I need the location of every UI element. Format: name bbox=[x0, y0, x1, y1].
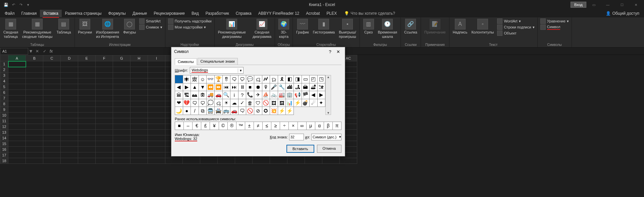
cell[interactable] bbox=[148, 78, 165, 84]
row-header[interactable]: 6 bbox=[0, 90, 8, 95]
cell[interactable] bbox=[8, 61, 26, 67]
symbol-cell[interactable]: ⏩ bbox=[215, 83, 223, 91]
symbol-cell[interactable]: 🚫 bbox=[262, 99, 270, 107]
symbol-cell[interactable]: ✪ bbox=[262, 107, 270, 115]
symbol-cell[interactable]: 🗲 bbox=[262, 75, 270, 83]
col-header[interactable]: I bbox=[148, 55, 165, 61]
symbol-scrollbar[interactable]: ▲▼ bbox=[325, 75, 331, 115]
cell[interactable] bbox=[130, 152, 148, 158]
cell[interactable] bbox=[26, 141, 43, 147]
symbol-cell[interactable]: ✓ bbox=[238, 99, 247, 107]
rec-charts-button[interactable]: 📊Рекомендуемые диаграммы bbox=[217, 18, 247, 40]
cell[interactable] bbox=[96, 118, 113, 124]
cell[interactable] bbox=[113, 147, 130, 152]
symbol-cell[interactable]: 💣 bbox=[302, 99, 310, 107]
row-header[interactable]: 15 bbox=[0, 141, 8, 147]
cell[interactable] bbox=[96, 67, 113, 73]
symbol-cell[interactable]: 🌙 bbox=[175, 107, 183, 115]
symbol-cell[interactable]: ☀ bbox=[223, 99, 231, 107]
symbol-cell[interactable]: i bbox=[230, 91, 238, 99]
cell[interactable] bbox=[96, 158, 113, 164]
row-header[interactable]: 7 bbox=[0, 95, 8, 101]
cell[interactable] bbox=[61, 73, 78, 78]
rec-pivot-button[interactable]: ▦Рекомендуемые сводные таблицы bbox=[21, 18, 54, 40]
cell[interactable] bbox=[96, 152, 113, 158]
cell[interactable] bbox=[148, 152, 165, 158]
symbol-cell[interactable]: 💭 bbox=[207, 99, 215, 107]
row-header[interactable]: 10 bbox=[0, 113, 8, 118]
cell[interactable] bbox=[113, 84, 130, 90]
symbol-cell[interactable]: 🚫 bbox=[246, 107, 254, 115]
tab-insert[interactable]: Вставка bbox=[40, 10, 62, 17]
cell[interactable] bbox=[78, 152, 96, 158]
symbol-cell[interactable]: ⊘ bbox=[254, 107, 262, 115]
row-header[interactable]: 9 bbox=[0, 107, 8, 113]
cell[interactable] bbox=[96, 78, 113, 84]
cell[interactable] bbox=[148, 147, 165, 152]
cell[interactable] bbox=[322, 158, 340, 164]
chevron-down-icon[interactable]: ▾ bbox=[238, 68, 243, 73]
cell[interactable] bbox=[8, 90, 26, 95]
textbox-button[interactable]: AНадпись bbox=[451, 18, 469, 35]
symbol-cell[interactable]: 🏛 bbox=[175, 91, 183, 99]
cell[interactable] bbox=[8, 124, 26, 130]
tab-symbols[interactable]: Символы bbox=[175, 58, 197, 65]
symbol-cell[interactable]: ⛵ bbox=[262, 91, 270, 99]
pivot-chart-button[interactable]: 📈Сводная диаграмма bbox=[251, 18, 273, 40]
cell[interactable] bbox=[43, 113, 61, 118]
cell[interactable] bbox=[148, 95, 165, 101]
slicer-button[interactable]: ▥Срез bbox=[362, 18, 375, 35]
cell[interactable] bbox=[78, 118, 96, 124]
tab-acrobat[interactable]: Acrobat bbox=[303, 10, 323, 17]
spark-line-button[interactable]: 〰График bbox=[295, 18, 310, 35]
cell[interactable] bbox=[130, 158, 148, 164]
symbol-cell[interactable]: 🏆 bbox=[215, 75, 223, 83]
row-header[interactable]: 12 bbox=[0, 124, 8, 130]
cell[interactable] bbox=[26, 107, 43, 113]
table-button[interactable]: ▤Таблица bbox=[55, 18, 72, 35]
cell[interactable] bbox=[130, 135, 148, 141]
cell[interactable] bbox=[113, 95, 130, 101]
symbol-cell[interactable]: 🗰 bbox=[270, 75, 278, 83]
cell[interactable] bbox=[130, 101, 148, 107]
cell[interactable] bbox=[26, 84, 43, 90]
symbol-cell[interactable]: ● bbox=[183, 107, 191, 115]
cell[interactable] bbox=[8, 141, 26, 147]
cell[interactable] bbox=[78, 61, 96, 67]
recent-symbol-cell[interactable]: ¥ bbox=[210, 122, 219, 130]
cell[interactable] bbox=[148, 84, 165, 90]
recent-symbol-cell[interactable]: © bbox=[219, 122, 228, 130]
cell[interactable] bbox=[43, 84, 61, 90]
recent-symbol-cell[interactable]: π bbox=[333, 122, 341, 130]
cell[interactable] bbox=[130, 73, 148, 78]
cell[interactable] bbox=[113, 67, 130, 73]
symbol-cell[interactable]: / bbox=[191, 107, 199, 115]
cell[interactable] bbox=[183, 158, 200, 164]
cell[interactable] bbox=[8, 135, 26, 141]
code-input[interactable]: 32 bbox=[289, 134, 304, 140]
cell[interactable] bbox=[26, 61, 43, 67]
cell[interactable] bbox=[43, 67, 61, 73]
cell[interactable] bbox=[61, 124, 78, 130]
cell[interactable] bbox=[8, 67, 26, 73]
row-header[interactable]: 14 bbox=[0, 135, 8, 141]
cell[interactable] bbox=[113, 73, 130, 78]
col-header[interactable]: F bbox=[96, 55, 113, 61]
cell[interactable] bbox=[26, 152, 43, 158]
cell[interactable] bbox=[61, 135, 78, 141]
cell[interactable] bbox=[26, 135, 43, 141]
cell[interactable] bbox=[26, 78, 43, 84]
cell[interactable] bbox=[96, 113, 113, 118]
cell[interactable] bbox=[8, 118, 26, 124]
recent-symbol-cell[interactable]: ≥ bbox=[271, 122, 280, 130]
recent-symbol-cell[interactable]: β bbox=[324, 122, 333, 130]
cell[interactable] bbox=[43, 118, 61, 124]
cell[interactable] bbox=[130, 90, 148, 95]
row-header[interactable]: 11 bbox=[0, 118, 8, 124]
recent-symbol-cell[interactable]: ® bbox=[228, 122, 236, 130]
cell[interactable] bbox=[96, 90, 113, 95]
symbol-cell[interactable]: ✦ bbox=[318, 99, 326, 107]
minimize-icon[interactable]: — bbox=[601, 1, 614, 9]
wordart-button[interactable]: WordArt ▾ bbox=[496, 18, 535, 24]
cell[interactable] bbox=[61, 101, 78, 107]
